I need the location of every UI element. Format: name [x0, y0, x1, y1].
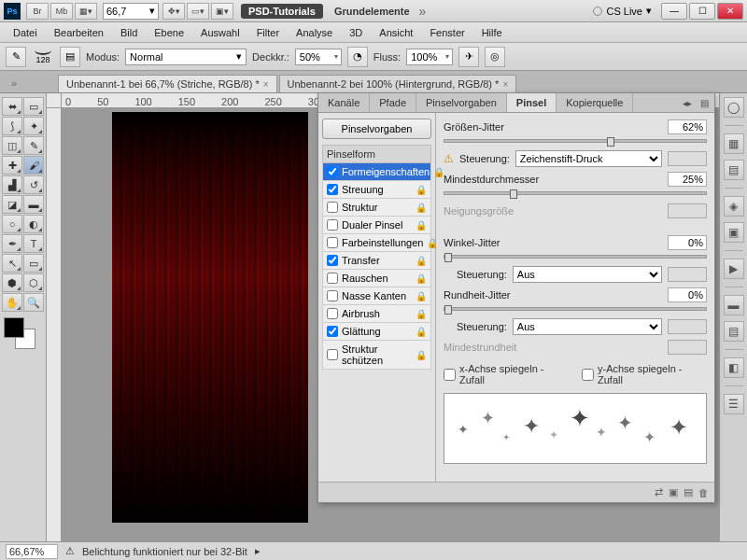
arrange-button[interactable]: ▭▾: [187, 3, 209, 20]
new-brush-icon[interactable]: ▣: [669, 486, 678, 498]
opt-struktur-schuetzen[interactable]: Struktur schützen🔒: [322, 341, 431, 370]
check-dualer[interactable]: [327, 219, 338, 231]
close-tab-icon[interactable]: ×: [502, 79, 508, 90]
chevron-right-icon[interactable]: »: [419, 4, 427, 19]
document-canvas[interactable]: [112, 112, 308, 523]
opt-streuung[interactable]: Streuung🔒: [322, 181, 431, 199]
opt-formeigenschaften[interactable]: Formeigenschaften🔒: [322, 163, 431, 181]
menu-fenster[interactable]: Fenster: [422, 24, 472, 41]
menu-ansicht[interactable]: Ansicht: [372, 24, 420, 41]
check-struktur[interactable]: [327, 202, 338, 213]
document-tab-1[interactable]: Unbenannt-1 bei 66,7% (Striche, RGB/8) *…: [58, 75, 277, 92]
close-tab-icon[interactable]: ×: [263, 79, 269, 90]
maximize-button[interactable]: ☐: [689, 3, 715, 20]
menu-bearbeiten[interactable]: Bearbeiten: [47, 24, 111, 41]
opt-transfer[interactable]: Transfer🔒: [322, 252, 431, 270]
pen-tool[interactable]: ✒: [2, 234, 22, 253]
gradient-tool[interactable]: ▬: [23, 195, 44, 214]
steuerung1-select[interactable]: Zeichenstift-Druck: [515, 150, 662, 167]
lock-icon[interactable]: 🔒: [416, 327, 427, 337]
check-farb[interactable]: [327, 237, 338, 248]
steuerung3-select[interactable]: Aus: [513, 318, 662, 335]
lock-icon[interactable]: 🔒: [427, 238, 438, 248]
document-tab-2[interactable]: Unbenannt-2 bei 100% (Hintergrund, RGB/8…: [279, 75, 517, 92]
lock-icon[interactable]: 🔒: [416, 220, 427, 231]
toggle-preview-icon[interactable]: ⇄: [655, 486, 663, 498]
foreground-color-swatch[interactable]: [4, 317, 24, 338]
zoom-tool[interactable]: 🔍: [23, 293, 44, 312]
close-button[interactable]: ✕: [717, 3, 743, 20]
flip-y-check[interactable]: y-Achse spiegeln - Zufall: [582, 363, 707, 385]
lock-icon[interactable]: 🔒: [416, 309, 427, 319]
eyedropper-tool[interactable]: ✎: [23, 136, 44, 155]
tab-pinsel[interactable]: Pinsel: [507, 93, 557, 112]
angle-jitter-input[interactable]: 0%: [668, 235, 707, 250]
size-jitter-slider[interactable]: [444, 139, 707, 143]
lock-icon[interactable]: 🔒: [433, 167, 444, 177]
panel-menu-icon[interactable]: ▤: [698, 96, 711, 109]
move-tool[interactable]: ⬌: [2, 97, 22, 116]
brush-tool[interactable]: 🖌: [23, 156, 44, 175]
flip-x-check[interactable]: x-Achse spiegeln - Zufall: [444, 363, 569, 385]
pinselvorgaben-button[interactable]: Pinselvorgaben: [322, 119, 431, 139]
3d-tool[interactable]: ⬢: [2, 273, 22, 292]
bridge-button[interactable]: Br: [26, 3, 49, 20]
check-formeigenschaften[interactable]: [327, 166, 338, 177]
modus-select[interactable]: Normal▾: [125, 49, 247, 65]
hand-button[interactable]: ✥▾: [162, 3, 185, 20]
color-swatches[interactable]: [2, 317, 35, 351]
menu-auswahl[interactable]: Auswahl: [193, 24, 247, 41]
check-nasse[interactable]: [327, 290, 338, 301]
lock-icon[interactable]: 🔒: [416, 256, 427, 266]
minimize-button[interactable]: —: [661, 3, 687, 20]
opt-farbeinstellungen[interactable]: Farbeinstellungen🔒: [322, 234, 431, 252]
check-transfer[interactable]: [327, 255, 338, 266]
opt-airbrush[interactable]: Airbrush🔒: [322, 305, 431, 323]
pinselform-header[interactable]: Pinselform: [322, 145, 431, 163]
check-streuung[interactable]: [327, 184, 338, 195]
char-panel-icon[interactable]: ◧: [724, 357, 744, 378]
trash-icon[interactable]: 🗑: [698, 487, 709, 498]
opt-struktur[interactable]: Struktur🔒: [322, 199, 431, 217]
tablet-size-icon[interactable]: ◎: [485, 47, 505, 67]
opacity-input[interactable]: 50%: [295, 49, 342, 65]
path-select-tool[interactable]: ↖: [2, 254, 22, 273]
dodge-tool[interactable]: ◐: [23, 215, 44, 233]
zoom-select[interactable]: 66,7▾: [103, 3, 159, 20]
type-tool[interactable]: T: [23, 234, 44, 253]
opt-dualer-pinsel[interactable]: Dualer Pinsel🔒: [322, 217, 431, 234]
check-struktur2[interactable]: [327, 349, 338, 360]
opt-nasse-kanten[interactable]: Nasse Kanten🔒: [322, 287, 431, 305]
round-jitter-input[interactable]: 0%: [668, 287, 707, 302]
lock-icon[interactable]: 🔒: [416, 291, 427, 301]
opt-glaettung[interactable]: Glättung🔒: [322, 323, 431, 341]
lock-icon[interactable]: 🔒: [416, 203, 427, 213]
menu-datei[interactable]: Datei: [6, 24, 45, 41]
menu-hilfe[interactable]: Hilfe: [474, 24, 510, 41]
hand-tool[interactable]: ✋: [2, 293, 22, 312]
stamp-tool[interactable]: ▟: [2, 175, 22, 194]
angle-jitter-slider[interactable]: [444, 255, 707, 259]
status-chevron-icon[interactable]: ▸: [255, 545, 261, 557]
round-jitter-slider[interactable]: [444, 307, 707, 311]
lock-icon[interactable]: 🔒: [416, 273, 427, 284]
styles-panel-icon[interactable]: ▤: [724, 160, 744, 180]
history-brush-tool[interactable]: ↺: [23, 175, 44, 194]
steuerung2-select[interactable]: Aus: [513, 266, 662, 283]
masks-panel-icon[interactable]: ▣: [724, 222, 744, 243]
tab-pfade[interactable]: Pfade: [370, 93, 416, 112]
menu-ebene[interactable]: Ebene: [147, 24, 191, 41]
layers-panel-icon[interactable]: ▬: [724, 295, 744, 315]
brush-preview[interactable]: 128: [32, 46, 54, 68]
check-glaettung[interactable]: [327, 326, 338, 337]
tab-kopierquelle[interactable]: Kopierquelle: [557, 93, 633, 112]
marquee-tool[interactable]: ▭: [23, 97, 44, 116]
history-panel-icon[interactable]: ☰: [724, 394, 744, 414]
panel-collapse-icon[interactable]: ◂▸: [681, 96, 694, 109]
flow-input[interactable]: 100%: [406, 49, 453, 65]
brush-panel-toggle[interactable]: ▤: [60, 47, 80, 67]
tablet-opacity-icon[interactable]: ◔: [347, 47, 368, 67]
airbrush-icon[interactable]: ✈: [458, 47, 479, 67]
menu-filter[interactable]: Filter: [249, 24, 287, 41]
cs-live-button[interactable]: CS Live ▾: [593, 5, 652, 17]
